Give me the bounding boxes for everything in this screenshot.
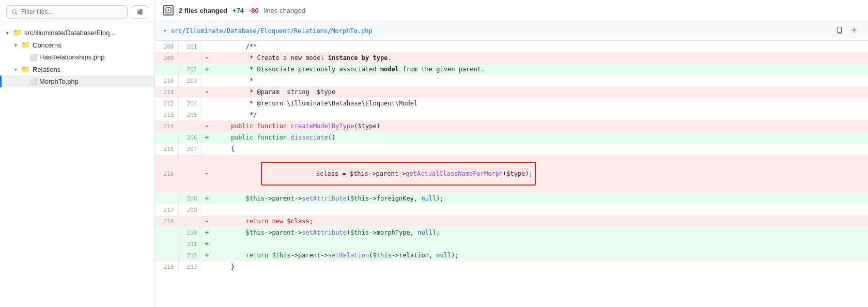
old-line-num: 219 [155, 261, 178, 272]
table-row: 215 207 { [155, 143, 868, 155]
tree-item-morphto[interactable]: ⬜ MorphTo.php [0, 75, 154, 87]
expand-button[interactable] [848, 25, 860, 36]
main-panel: 2 files changed +74 -80 lines changed ▾ … [155, 0, 868, 307]
diff-sign [202, 109, 212, 120]
sidebar: ▾ 📁 src/Illuminate/Database/Eloq... ▾ 📁 … [0, 0, 155, 307]
diff-code: $this->parent->setAttribute($this->morph… [212, 227, 868, 238]
new-line-num: 213 [178, 261, 202, 272]
file-tree: ▾ 📁 src/Illuminate/Database/Eloq... ▾ 📁 … [0, 24, 154, 307]
diff-sign: - [202, 120, 212, 132]
table-row: 218 - return new $class; [155, 216, 868, 227]
diff-sign [202, 75, 212, 86]
diff-sign [202, 261, 212, 272]
diff-sign [202, 143, 212, 155]
old-line-num [155, 227, 178, 238]
old-line-num: 218 [155, 216, 178, 227]
old-line-num: 213 [155, 109, 178, 120]
table-row: 202 + * Dissociate previously associated… [155, 64, 868, 75]
diff-code: * Create a new model instance by type. [212, 52, 868, 64]
table-row: 206 + public function dissociate() [155, 132, 868, 143]
new-line-num [178, 155, 202, 193]
lines-removed: -80 [249, 7, 259, 14]
folder-icon: 📁 [21, 41, 30, 49]
diff-sign: + [202, 64, 212, 75]
sidebar-search-bar [0, 0, 154, 24]
table-row: 217 209 [155, 204, 868, 216]
old-line-num [155, 193, 178, 204]
diff-sign: - [202, 216, 212, 227]
old-line-num [155, 64, 178, 75]
tree-item-relations[interactable]: ▾ 📁 Relations [0, 63, 154, 75]
diff-code: */ [212, 109, 868, 120]
filter-button[interactable] [132, 5, 148, 19]
diff-sign: + [202, 193, 212, 204]
diff-code [212, 204, 868, 216]
file-icon: ⬜ [29, 78, 37, 85]
old-line-num: 210 [155, 75, 178, 86]
diff-table: 208 201 /** 209 - * Create a new model i… [155, 41, 868, 272]
table-row: 210 + $this->parent->setAttribute($this-… [155, 227, 868, 238]
tree-item-concerns[interactable]: ▾ 📁 Concerns [0, 39, 154, 51]
diff-file-path: src/Illuminate/Database/Eloquent/Relatio… [171, 27, 373, 35]
table-row: 210 203 * [155, 75, 868, 86]
diff-sign [202, 204, 212, 216]
table-row: 208 + $this->parent->setAttribute($this-… [155, 193, 868, 204]
search-box [6, 5, 128, 19]
table-row: 219 213 } [155, 261, 868, 272]
old-line-num: 208 [155, 41, 178, 52]
old-line-num: 216 [155, 155, 178, 193]
new-line-num: 203 [178, 75, 202, 86]
diff-container[interactable]: ▾ src/Illuminate/Database/Eloquent/Relat… [155, 21, 868, 307]
tree-item-label: MorphTo.php [39, 78, 79, 85]
new-line-num: 209 [178, 204, 202, 216]
tree-item-label: HasRelationships.php [39, 53, 104, 61]
tree-item-label: Concerns [33, 41, 61, 49]
sliders-icon [136, 8, 144, 16]
table-row: 214 - public function createModelByType(… [155, 120, 868, 132]
files-changed-bar: 2 files changed +74 -80 lines changed [155, 0, 868, 21]
diff-code: $this->parent->setAttribute($this->forei… [212, 193, 868, 204]
search-icon [12, 9, 18, 16]
diff-icon [163, 5, 174, 16]
table-row: 216 - $class = $this->parent->getActualC… [155, 155, 868, 193]
old-line-num: 214 [155, 120, 178, 132]
new-line-num: 208 [178, 193, 202, 204]
new-line-num [178, 86, 202, 98]
table-row: 213 205 */ [155, 109, 868, 120]
diff-code: return $this->parent->setRelation($this-… [212, 250, 868, 261]
table-row: 212 + return $this->parent->setRelation(… [155, 250, 868, 261]
new-line-num: 206 [178, 132, 202, 143]
new-line-num: 205 [178, 109, 202, 120]
new-line-num: 211 [178, 238, 202, 250]
new-line-num: 204 [178, 98, 202, 109]
chevron-down-icon: ▾ [163, 27, 167, 34]
diff-sign [202, 41, 212, 52]
lines-added: +74 [233, 7, 244, 14]
svg-line-1 [16, 12, 17, 14]
diff-file-header: ▾ src/Illuminate/Database/Eloquent/Relat… [155, 21, 868, 41]
old-line-num [155, 132, 178, 143]
diff-code: } [212, 261, 868, 272]
tree-item-hasrelationships[interactable]: ⬜ HasRelationships.php [0, 51, 154, 63]
new-line-num [178, 52, 202, 64]
new-line-num: 201 [178, 41, 202, 52]
svg-point-6 [138, 11, 140, 13]
active-indicator [0, 75, 2, 87]
diff-code: { [212, 143, 868, 155]
file-icon: ⬜ [29, 54, 37, 61]
old-line-num [155, 250, 178, 261]
folder-icon: 📁 [21, 65, 30, 73]
diff-code: * @return \Illuminate\Database\Eloquent\… [212, 98, 868, 109]
new-line-num [178, 120, 202, 132]
table-row: 208 201 /** [155, 41, 868, 52]
diff-sign: - [202, 86, 212, 98]
tree-item-label: Relations [33, 66, 60, 73]
diff-code: public function dissociate() [212, 132, 868, 143]
old-line-num: 217 [155, 204, 178, 216]
folder-icon: 📁 [13, 28, 22, 37]
diff-code [212, 238, 868, 250]
tree-item-root[interactable]: ▾ 📁 src/Illuminate/Database/Eloq... [0, 26, 154, 39]
copy-path-button[interactable] [834, 25, 845, 36]
filter-files-input[interactable] [21, 8, 122, 16]
table-row: 209 - * Create a new model instance by t… [155, 52, 868, 64]
